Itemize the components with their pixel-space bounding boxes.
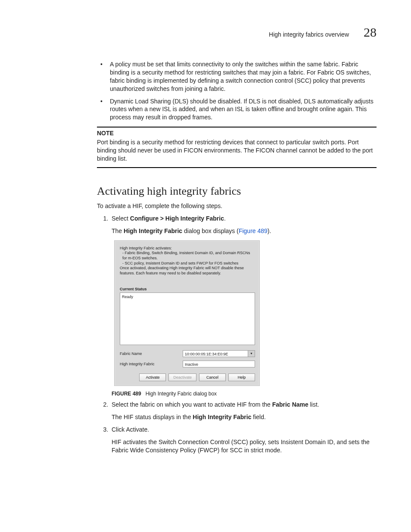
current-status-value: Ready (122, 295, 133, 299)
text: ). (268, 227, 271, 234)
hif-label: High Integrity Fabric (120, 361, 180, 367)
text: The HIF status displays in the (112, 414, 193, 420)
hif-row: High Integrity Fabric Inactive (120, 361, 255, 367)
text: Once activated, deactivating High Integr… (120, 266, 244, 275)
chevron-down-icon[interactable]: ▼ (248, 350, 255, 357)
text: Select the fabric on which you want to a… (112, 401, 272, 408)
text: list. (308, 401, 319, 408)
current-status-label: Current Status (120, 286, 255, 292)
fabric-name-value: 10:00:00:05:1E:34:E0:9E (183, 350, 248, 357)
fabric-name-row: Fabric Name 10:00:00:05:1E:34:E0:9E ▼ (120, 350, 255, 357)
help-button[interactable]: Help (228, 373, 255, 381)
deactivate-button: Deactivate (168, 373, 196, 381)
dialog-buttons: Activate Deactivate Cancel Help (120, 373, 255, 381)
text: - SCC policy, Insistent Domain ID and se… (120, 261, 255, 266)
text: Select (112, 215, 130, 222)
text: dialog box displays ( (182, 227, 239, 234)
note-label: NOTE (97, 129, 377, 137)
figure-screenshot: High Integrity Fabric activates: - Fabri… (114, 240, 377, 386)
text: field. (251, 414, 265, 420)
step-1-sub: The High Integrity Fabric dialog box dis… (112, 227, 377, 235)
bullet-list: A policy must be set that limits connect… (97, 60, 377, 121)
field-name: High Integrity Fabric (193, 414, 251, 420)
divider (97, 127, 377, 128)
dialog-description: High Integrity Fabric activates: - Fabri… (120, 246, 255, 276)
running-title: High integrity fabrics overview (269, 31, 349, 38)
list-item: A policy must be set that limits connect… (97, 60, 377, 93)
menu-path: Configure > High Integrity Fabric (130, 215, 224, 222)
cancel-button[interactable]: Cancel (199, 373, 226, 381)
step-2: Select the fabric on which you want to a… (110, 401, 377, 421)
figure-label: FIGURE 489 (112, 391, 141, 397)
text: The (112, 227, 124, 234)
dialog-name: High Integrity Fabric (124, 227, 182, 234)
page: High integrity fabrics overview 28 A pol… (0, 0, 411, 532)
hif-value: Inactive (183, 361, 255, 367)
chapter-number: 28 (364, 25, 377, 40)
step-1: Select Configure > High Integrity Fabric… (110, 215, 377, 397)
step-3: Click Activate. HIF activates the Switch… (110, 426, 377, 454)
steps-list: Select Configure > High Integrity Fabric… (97, 215, 377, 454)
activate-button[interactable]: Activate (139, 373, 166, 381)
text: High Integrity Fabric activates: (120, 246, 172, 250)
figure-caption-text: High Integrity Fabric dialog box (146, 391, 217, 397)
content: A policy must be set that limits connect… (97, 60, 377, 454)
step-2-sub: The HIF status displays in the High Inte… (112, 413, 377, 421)
text: - Fabric Binding, Switch Binding, Insist… (120, 251, 255, 261)
text: . (224, 215, 226, 222)
hif-dialog: High Integrity Fabric activates: - Fabri… (114, 240, 260, 386)
figure-link[interactable]: Figure 489 (239, 227, 268, 234)
fabric-name-combo[interactable]: 10:00:00:05:1E:34:E0:9E ▼ (183, 350, 255, 357)
list-item: Dynamic Load Sharing (DLS) should be dis… (97, 97, 377, 122)
divider (97, 167, 377, 168)
text: Click Activate. (112, 426, 149, 433)
note-body: Port binding is a security method for re… (97, 138, 377, 163)
section-heading: Activating high integrity fabrics (97, 184, 377, 199)
fabric-name-label: Fabric Name (120, 351, 180, 356)
figure-caption: FIGURE 489High Integrity Fabric dialog b… (112, 390, 377, 397)
running-header: High integrity fabrics overview 28 (269, 25, 377, 40)
current-status-box: Ready (120, 292, 255, 345)
field-name: Fabric Name (272, 401, 308, 408)
section-intro: To activate a HIF, complete the followin… (97, 202, 377, 210)
step-3-sub: HIF activates the Switch Connection Cont… (112, 438, 377, 454)
